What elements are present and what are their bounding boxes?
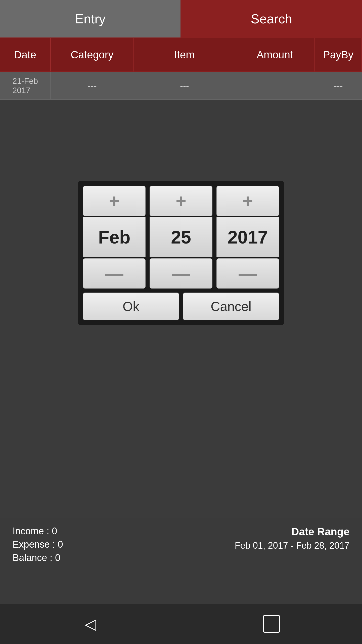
cell-payby: --- — [315, 72, 362, 99]
date-range-value: Feb 01, 2017 - Feb 28, 2017 — [235, 540, 349, 551]
tab-search-label: Search — [251, 11, 292, 26]
nav-bar: ◁ — [0, 604, 362, 644]
year-value: 2017 — [216, 217, 279, 257]
month-value: Feb — [83, 217, 146, 257]
cell-amount — [235, 72, 315, 99]
cancel-button[interactable]: Cancel — [183, 293, 279, 320]
month-column: + Feb — — [83, 186, 146, 289]
nav-square-button[interactable] — [256, 609, 287, 639]
col-header-payby: PayBy — [315, 38, 362, 71]
cell-item: --- — [134, 72, 235, 99]
square-icon — [263, 615, 280, 633]
stats-right: Date Range Feb 01, 2017 - Feb 28, 2017 — [181, 526, 349, 596]
tab-search[interactable]: Search — [181, 0, 362, 37]
tab-entry-label: Entry — [75, 11, 105, 26]
tab-entry[interactable]: Entry — [0, 0, 181, 37]
date-picker-row: + Feb — + 25 — — [83, 186, 279, 289]
stats-left: Income : 0 Expense : 0 Balance : 0 — [13, 526, 181, 596]
income-row: Income : 0 — [13, 526, 181, 537]
col-header-category: Category — [51, 38, 134, 71]
month-decrement-button[interactable]: — — [83, 258, 146, 289]
day-column: + 25 — — [150, 186, 212, 289]
column-headers: Date Category Item Amount PayBy — [0, 37, 362, 72]
day-increment-button[interactable]: + — [150, 186, 212, 216]
expense-row: Expense : 0 — [13, 539, 181, 550]
bottom-stats-bar: Income : 0 Expense : 0 Balance : 0 Date … — [0, 518, 362, 604]
dialog-overlay: + Feb — + 25 — — [0, 100, 362, 557]
cell-date: 21-Feb 2017 — [0, 72, 51, 99]
day-value: 25 — [150, 217, 212, 257]
year-increment-button[interactable]: + — [216, 186, 279, 216]
balance-row: Balance : 0 — [13, 552, 181, 563]
back-icon: ◁ — [85, 615, 96, 633]
day-decrement-button[interactable]: — — [150, 258, 212, 289]
month-increment-button[interactable]: + — [83, 186, 146, 216]
table-row: 21-Feb 2017 --- --- --- — [0, 72, 362, 100]
nav-back-button[interactable]: ◁ — [75, 609, 106, 639]
cell-category: --- — [51, 72, 134, 99]
dialog-buttons: Ok Cancel — [83, 293, 279, 320]
main-content: + Feb — + 25 — — [0, 100, 362, 557]
date-picker-dialog: + Feb — + 25 — — [78, 181, 284, 325]
col-header-item: Item — [134, 38, 235, 71]
ok-button[interactable]: Ok — [83, 293, 179, 320]
year-column: + 2017 — — [216, 186, 279, 289]
col-header-amount: Amount — [235, 38, 315, 71]
year-decrement-button[interactable]: — — [216, 258, 279, 289]
col-header-date: Date — [0, 38, 51, 71]
date-range-label: Date Range — [291, 526, 349, 538]
